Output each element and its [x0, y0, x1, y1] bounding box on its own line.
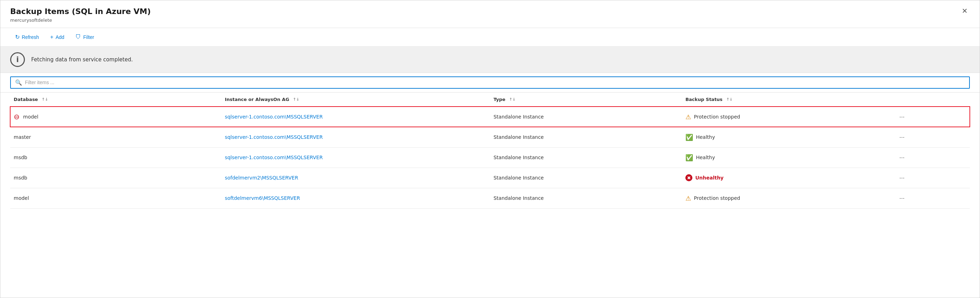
cell-database: msdb: [10, 147, 221, 168]
col-header-database[interactable]: Database ↑↓: [10, 93, 221, 106]
cell-instance: sqlserver-1.contoso.com\MSSQLSERVER: [221, 127, 490, 147]
status-text: Healthy: [696, 134, 715, 140]
row-actions-button[interactable]: ···: [897, 152, 907, 163]
cell-type: Standalone Instance: [490, 188, 682, 208]
toolbar: ↻ Refresh + Add ⛉ Filter: [0, 28, 980, 47]
cell-actions: ···: [893, 168, 970, 188]
col-header-type[interactable]: Type ↑↓: [490, 93, 682, 106]
instance-link[interactable]: softdelmervm6\MSSQLSERVER: [225, 195, 300, 201]
table-row[interactable]: ⊖modelsqlserver-1.contoso.com\MSSQLSERVE…: [10, 106, 970, 127]
col-header-status[interactable]: Backup Status ↑↓: [682, 93, 893, 106]
status-text: Unhealthy: [695, 175, 724, 181]
sort-arrows-instance: ↑↓: [293, 98, 299, 101]
panel-title: Backup Items (SQL in Azure VM): [10, 7, 151, 17]
cell-actions: ···: [893, 188, 970, 208]
row-actions-button[interactable]: ···: [897, 112, 907, 122]
row-actions-button[interactable]: ···: [897, 193, 907, 203]
refresh-icon: ↻: [15, 34, 20, 40]
cell-instance: sqlserver-1.contoso.com\MSSQLSERVER: [221, 106, 490, 127]
healthy-icon: ✅: [686, 133, 693, 141]
refresh-label: Refresh: [22, 34, 39, 40]
instance-link[interactable]: sqlserver-1.contoso.com\MSSQLSERVER: [225, 155, 323, 160]
database-name: msdb: [14, 155, 27, 160]
add-label: Add: [56, 34, 64, 40]
cell-status: ✖Unhealthy: [682, 168, 893, 188]
error-icon: ✖: [686, 174, 692, 181]
panel-title-block: Backup Items (SQL in Azure VM) mercuryso…: [10, 7, 151, 23]
stop-icon: ⊖: [14, 113, 20, 121]
filter-button[interactable]: ⛉ Filter: [70, 32, 99, 42]
row-actions-button[interactable]: ···: [897, 173, 907, 183]
cell-database: ⊖model: [10, 106, 221, 127]
table-row[interactable]: modelsoftdelmervm6\MSSQLSERVERStandalone…: [10, 188, 970, 208]
cell-type: Standalone Instance: [490, 168, 682, 188]
search-icon: 🔍: [15, 79, 22, 86]
refresh-button[interactable]: ↻ Refresh: [10, 32, 44, 42]
cell-type: Standalone Instance: [490, 147, 682, 168]
cell-actions: ···: [893, 147, 970, 168]
add-icon: +: [50, 34, 53, 40]
cell-instance: sofdelmervm2\MSSQLSERVER: [221, 168, 490, 188]
backup-items-table: Database ↑↓ Instance or AlwaysOn AG ↑↓ T…: [10, 93, 970, 209]
panel-header: Backup Items (SQL in Azure VM) mercuryso…: [0, 0, 980, 28]
col-header-actions: [893, 93, 970, 106]
table-row[interactable]: msdbsofdelmervm2\MSSQLSERVERStandalone I…: [10, 168, 970, 188]
cell-database: model: [10, 188, 221, 208]
warning-icon: ⚠: [686, 195, 691, 202]
filter-icon: ⛉: [75, 34, 81, 40]
row-actions-button[interactable]: ···: [897, 132, 907, 142]
status-text: Healthy: [696, 155, 715, 160]
table-row[interactable]: mastersqlserver-1.contoso.com\MSSQLSERVE…: [10, 127, 970, 147]
cell-status: ⚠Protection stopped: [682, 188, 893, 208]
cell-actions: ···: [893, 127, 970, 147]
cell-status: ✅Healthy: [682, 127, 893, 147]
cell-status: ⚠Protection stopped: [682, 106, 893, 127]
table-row[interactable]: msdbsqlserver-1.contoso.com\MSSQLSERVERS…: [10, 147, 970, 168]
panel-subtitle: mercurysoftdelete: [10, 17, 151, 23]
database-name: model: [14, 195, 29, 201]
instance-link[interactable]: sqlserver-1.contoso.com\MSSQLSERVER: [225, 114, 323, 120]
warning-icon: ⚠: [686, 113, 691, 120]
database-name: master: [14, 134, 31, 140]
table-header-row: Database ↑↓ Instance or AlwaysOn AG ↑↓ T…: [10, 93, 970, 106]
cell-type: Standalone Instance: [490, 127, 682, 147]
sort-arrows-database: ↑↓: [42, 98, 48, 101]
info-circle-icon: i: [10, 52, 25, 67]
healthy-icon: ✅: [686, 154, 693, 161]
search-input-wrap: 🔍: [10, 76, 970, 89]
info-message: Fetching data from service completed.: [31, 56, 133, 63]
search-bar: 🔍: [0, 73, 980, 93]
col-header-instance[interactable]: Instance or AlwaysOn AG ↑↓: [221, 93, 490, 106]
database-name: model: [23, 114, 38, 120]
sort-arrows-type: ↑↓: [509, 98, 515, 101]
close-button[interactable]: ✕: [960, 7, 970, 15]
search-input[interactable]: [25, 79, 965, 85]
instance-link[interactable]: sqlserver-1.contoso.com\MSSQLSERVER: [225, 134, 323, 140]
cell-actions: ···: [893, 106, 970, 127]
table-wrap: Database ↑↓ Instance or AlwaysOn AG ↑↓ T…: [0, 93, 980, 298]
cell-status: ✅Healthy: [682, 147, 893, 168]
sort-arrows-status: ↑↓: [726, 98, 732, 101]
add-button[interactable]: + Add: [45, 32, 69, 42]
cell-instance: sqlserver-1.contoso.com\MSSQLSERVER: [221, 147, 490, 168]
status-text: Protection stopped: [694, 114, 740, 120]
status-text: Protection stopped: [694, 195, 740, 201]
filter-label: Filter: [83, 34, 94, 40]
backup-items-panel: Backup Items (SQL in Azure VM) mercuryso…: [0, 0, 980, 298]
cell-type: Standalone Instance: [490, 106, 682, 127]
info-banner: i Fetching data from service completed.: [0, 47, 980, 73]
cell-database: master: [10, 127, 221, 147]
cell-database: msdb: [10, 168, 221, 188]
instance-link[interactable]: sofdelmervm2\MSSQLSERVER: [225, 175, 298, 181]
cell-instance: softdelmervm6\MSSQLSERVER: [221, 188, 490, 208]
database-name: msdb: [14, 175, 27, 181]
